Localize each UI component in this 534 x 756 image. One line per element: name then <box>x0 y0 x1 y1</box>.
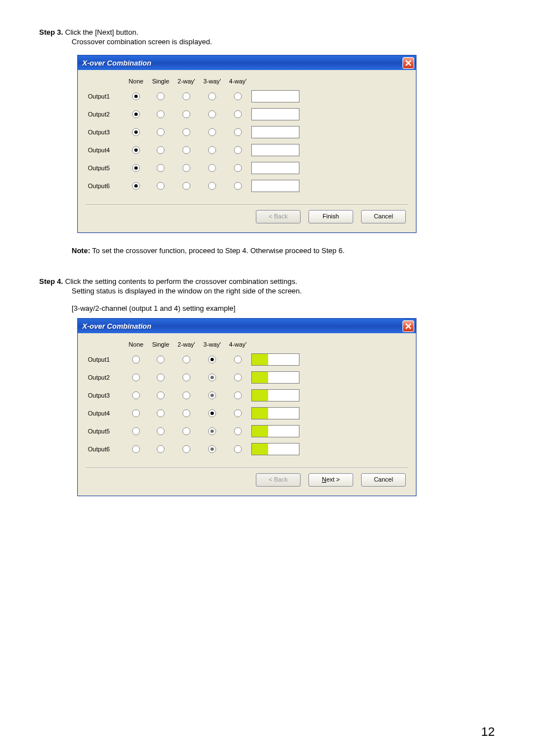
radio-option[interactable] <box>132 374 140 381</box>
preview-box <box>251 126 299 138</box>
radio-option[interactable] <box>182 427 190 435</box>
dialog1-buttons: < Back Finish Cancel <box>86 210 408 227</box>
output-label: Output5 <box>86 428 124 435</box>
radio-option[interactable] <box>157 128 165 136</box>
output-label: Output4 <box>86 147 124 153</box>
column-header: 3-way' <box>200 78 224 85</box>
output-label: Output3 <box>86 392 124 399</box>
radio-option[interactable] <box>208 409 216 417</box>
radio-option[interactable] <box>208 128 216 136</box>
radio-option[interactable] <box>132 427 140 435</box>
note-label: Note: <box>72 246 90 255</box>
radio-option[interactable] <box>132 92 140 100</box>
radio-option[interactable] <box>157 164 165 172</box>
radio-option[interactable] <box>157 110 165 118</box>
radio-option[interactable] <box>182 391 190 399</box>
step4-example: [3-way/2-channel (output 1 and 4) settin… <box>72 304 495 312</box>
finish-button[interactable]: Finish <box>308 210 353 223</box>
close-icon[interactable] <box>402 57 414 69</box>
radio-option[interactable] <box>157 182 165 190</box>
radio-option[interactable] <box>182 92 190 100</box>
radio-option[interactable] <box>182 374 190 381</box>
radio-option[interactable] <box>234 391 242 399</box>
radio-option[interactable] <box>182 164 190 172</box>
preview-box <box>251 108 299 120</box>
cancel-button[interactable]: Cancel <box>361 210 406 223</box>
note-block: Note: To set the crossover function, pro… <box>72 246 495 255</box>
radio-option[interactable] <box>208 164 216 172</box>
radio-option[interactable] <box>234 409 242 417</box>
radio-option[interactable] <box>132 356 140 363</box>
dialog2-separator <box>86 468 408 469</box>
column-header: 3-way' <box>200 341 224 348</box>
preview-box <box>251 371 299 384</box>
radio-option[interactable] <box>208 391 216 399</box>
step4-text1: Click the setting contents to perform th… <box>65 277 297 286</box>
radio-option[interactable] <box>157 146 165 154</box>
radio-option[interactable] <box>234 92 242 100</box>
radio-option[interactable] <box>208 427 216 435</box>
output-label: Output2 <box>86 111 124 118</box>
radio-option[interactable] <box>132 128 140 136</box>
column-header: Single <box>148 341 173 348</box>
radio-option[interactable] <box>234 374 242 381</box>
radio-option[interactable] <box>182 356 190 363</box>
radio-option[interactable] <box>208 356 216 363</box>
preview-box <box>251 407 299 419</box>
radio-option[interactable] <box>208 182 216 190</box>
dialog1-titlebar: X-over Combination <box>78 55 416 70</box>
dialog2-buttons: < Back Next > Cancel <box>86 473 408 490</box>
column-header: None <box>125 78 147 85</box>
radio-option[interactable] <box>208 445 216 453</box>
radio-option[interactable] <box>208 374 216 381</box>
radio-option[interactable] <box>157 427 165 435</box>
preview-box <box>251 425 299 437</box>
radio-option[interactable] <box>208 110 216 118</box>
radio-option[interactable] <box>132 409 140 417</box>
radio-option[interactable] <box>208 146 216 154</box>
next-button[interactable]: Next > <box>308 473 353 487</box>
radio-option[interactable] <box>234 356 242 363</box>
radio-option[interactable] <box>157 356 165 363</box>
radio-option[interactable] <box>132 110 140 118</box>
radio-option[interactable] <box>234 164 242 172</box>
radio-option[interactable] <box>182 128 190 136</box>
output-label: Output5 <box>86 165 124 171</box>
radio-option[interactable] <box>234 445 242 453</box>
radio-option[interactable] <box>182 110 190 118</box>
cancel-button[interactable]: Cancel <box>361 473 406 487</box>
radio-option[interactable] <box>157 445 165 453</box>
radio-option[interactable] <box>182 445 190 453</box>
radio-option[interactable] <box>132 391 140 399</box>
radio-option[interactable] <box>234 110 242 118</box>
output-label: Output6 <box>86 446 124 452</box>
column-header: 4-way' <box>226 78 250 85</box>
preview-box <box>251 162 299 174</box>
output-label: Output1 <box>86 93 124 100</box>
radio-option[interactable] <box>157 374 165 381</box>
dialog2-body: NoneSingle2-way'3-way'4-way'Output1Outpu… <box>78 333 416 496</box>
radio-option[interactable] <box>157 391 165 399</box>
output-label: Output1 <box>86 356 124 363</box>
close-icon[interactable] <box>402 320 414 332</box>
radio-option[interactable] <box>208 92 216 100</box>
radio-option[interactable] <box>234 182 242 190</box>
radio-option[interactable] <box>157 92 165 100</box>
radio-option[interactable] <box>157 409 165 417</box>
step4-label: Step 4. <box>39 277 63 286</box>
radio-option[interactable] <box>132 164 140 172</box>
column-header: 4-way' <box>226 341 250 348</box>
dialog2-titlebar: X-over Combination <box>78 319 416 333</box>
column-header: 2-way' <box>174 78 199 85</box>
preview-box <box>251 389 299 402</box>
radio-option[interactable] <box>182 182 190 190</box>
radio-option[interactable] <box>182 146 190 154</box>
radio-option[interactable] <box>132 182 140 190</box>
step4-text2: Setting status is displayed in the windo… <box>72 287 495 295</box>
radio-option[interactable] <box>234 427 242 435</box>
radio-option[interactable] <box>132 146 140 154</box>
radio-option[interactable] <box>182 409 190 417</box>
radio-option[interactable] <box>234 146 242 154</box>
radio-option[interactable] <box>132 445 140 453</box>
radio-option[interactable] <box>234 128 242 136</box>
